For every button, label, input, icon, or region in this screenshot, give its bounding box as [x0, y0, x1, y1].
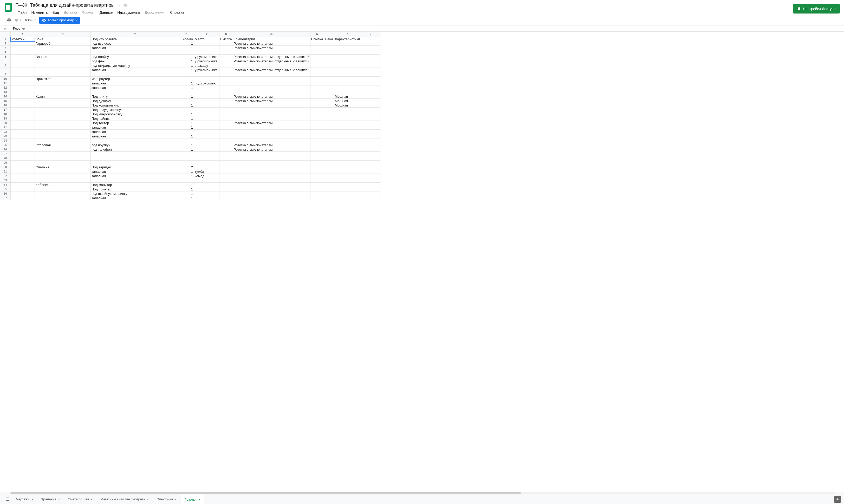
row-header-12[interactable]: 12 [0, 86, 11, 90]
cell-I14[interactable] [324, 94, 334, 99]
cell-K20[interactable] [361, 121, 380, 125]
cell-I34[interactable] [324, 183, 334, 187]
cell-G18[interactable] [233, 112, 310, 116]
cell-C4[interactable] [91, 50, 179, 55]
cell-B30[interactable]: Спальня [35, 165, 91, 169]
cell-K24[interactable] [361, 139, 380, 143]
menu-файл[interactable]: Файл [16, 10, 29, 15]
cell-C18[interactable]: Под микроволновку [91, 112, 179, 116]
cell-A16[interactable] [11, 103, 35, 108]
cell-G6[interactable]: Розетка с выключателем, отдельные, с защ… [233, 59, 310, 64]
cell-F11[interactable] [220, 81, 233, 86]
cell-E20[interactable] [194, 121, 220, 125]
cell-H23[interactable] [310, 134, 324, 139]
cell-B15[interactable] [35, 99, 91, 103]
cell-K16[interactable] [361, 103, 380, 108]
cell-F22[interactable] [220, 130, 233, 134]
cell-F16[interactable] [220, 103, 233, 108]
row-header-9[interactable]: 9 [0, 72, 11, 77]
cell-D34[interactable]: 1 [179, 183, 194, 187]
cell-J32[interactable] [334, 174, 361, 178]
cell-D22[interactable]: 1 [179, 130, 194, 134]
cell-H7[interactable] [310, 64, 324, 68]
row-header-20[interactable]: 20 [0, 121, 11, 125]
cell-E21[interactable] [194, 125, 220, 130]
cell-C10[interactable]: Wi-fi роутер [91, 77, 179, 81]
cell-A24[interactable] [11, 139, 35, 143]
cell-B14[interactable]: Кухня [35, 94, 91, 99]
cell-F7[interactable] [220, 64, 233, 68]
cell-I30[interactable] [324, 165, 334, 169]
cell-C19[interactable]: Под чайник [91, 116, 179, 121]
cell-B28[interactable] [35, 156, 91, 161]
cell-J2[interactable] [334, 41, 361, 46]
cell-A30[interactable] [11, 165, 35, 169]
cell-H33[interactable] [310, 178, 324, 183]
row-header-19[interactable]: 19 [0, 116, 11, 121]
cell-H1[interactable]: Ссылка [310, 37, 324, 41]
cell-H13[interactable] [310, 90, 324, 94]
cell-K26[interactable] [361, 147, 380, 152]
cell-F34[interactable] [220, 183, 233, 187]
cell-J13[interactable] [334, 90, 361, 94]
formula-input[interactable]: Розетки [11, 26, 844, 30]
cell-G25[interactable]: Розетка с выключателем [233, 143, 310, 147]
cell-G28[interactable] [233, 156, 310, 161]
cell-J37[interactable] [334, 196, 361, 200]
cell-H34[interactable] [310, 183, 324, 187]
cell-G11[interactable] [233, 81, 310, 86]
cell-K4[interactable] [361, 50, 380, 55]
cell-E19[interactable] [194, 116, 220, 121]
cell-G13[interactable] [233, 90, 310, 94]
cell-K8[interactable] [361, 68, 380, 72]
cell-C1[interactable]: Под что розетка [91, 37, 179, 41]
cell-I27[interactable] [324, 152, 334, 156]
cell-D37[interactable]: 1 [179, 196, 194, 200]
cell-I12[interactable] [324, 86, 334, 90]
cell-F29[interactable] [220, 161, 233, 165]
cell-A37[interactable] [11, 196, 35, 200]
cell-K6[interactable] [361, 59, 380, 64]
cell-G14[interactable]: Розетка с выключателем [233, 94, 310, 99]
cell-G3[interactable]: Розетка с выключателем [233, 46, 310, 50]
cell-A26[interactable] [11, 147, 35, 152]
cell-A12[interactable] [11, 86, 35, 90]
row-header-5[interactable]: 5 [0, 55, 11, 59]
cell-K34[interactable] [361, 183, 380, 187]
cell-D31[interactable]: 1 [179, 169, 194, 174]
cell-B10[interactable]: Прихожая [35, 77, 91, 81]
row-header-17[interactable]: 17 [0, 108, 11, 112]
cell-A27[interactable] [11, 152, 35, 156]
cell-B3[interactable] [35, 46, 91, 50]
cell-G24[interactable] [233, 139, 310, 143]
cell-A7[interactable] [11, 64, 35, 68]
cell-I29[interactable] [324, 161, 334, 165]
spreadsheet-grid[interactable]: ABCDEFGHIJK1РозеткиЗонаПод что розеткако… [0, 32, 844, 492]
cell-D18[interactable]: 1 [179, 112, 194, 116]
cell-D32[interactable]: 1 [179, 174, 194, 178]
all-sheets-button[interactable]: ☰ [3, 494, 13, 504]
cell-C17[interactable]: Под посудомоечную [91, 108, 179, 112]
cell-A13[interactable] [11, 90, 35, 94]
cell-H26[interactable] [310, 147, 324, 152]
row-header-26[interactable]: 26 [0, 147, 11, 152]
cell-B16[interactable] [35, 103, 91, 108]
cell-C6[interactable]: под фен [91, 59, 179, 64]
cell-E26[interactable] [194, 147, 220, 152]
cell-K29[interactable] [361, 161, 380, 165]
cell-C26[interactable]: под телефон [91, 147, 179, 152]
cell-H9[interactable] [310, 72, 324, 77]
cell-D27[interactable] [179, 152, 194, 156]
cell-J31[interactable] [334, 169, 361, 174]
sheet-tab-4[interactable]: Электрика▼ [153, 494, 181, 504]
cell-C15[interactable]: Под духовку [91, 99, 179, 103]
cell-E13[interactable] [194, 90, 220, 94]
cell-A8[interactable] [11, 68, 35, 72]
cell-F17[interactable] [220, 108, 233, 112]
cell-G30[interactable] [233, 165, 310, 169]
cell-I15[interactable] [324, 99, 334, 103]
row-header-25[interactable]: 25 [0, 143, 11, 147]
cell-B7[interactable] [35, 64, 91, 68]
cell-K27[interactable] [361, 152, 380, 156]
cell-I23[interactable] [324, 134, 334, 139]
